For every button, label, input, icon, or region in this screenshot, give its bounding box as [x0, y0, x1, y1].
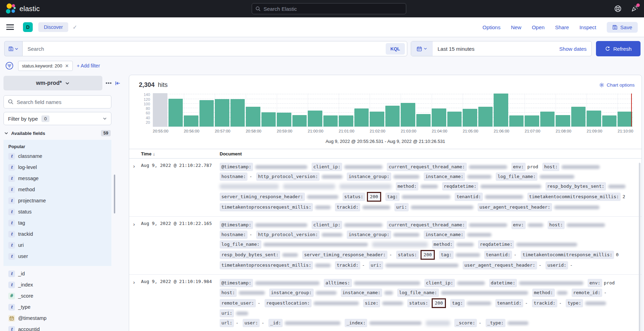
field-value-pair[interactable]: type:	[566, 299, 606, 307]
field-value-pair[interactable]: tenantid:-	[484, 251, 517, 259]
histogram-bar[interactable]	[432, 108, 446, 127]
field-value-pair[interactable]: status:200	[407, 298, 446, 308]
field-value-pair[interactable]: datetime:	[489, 279, 583, 287]
histogram-bar[interactable]	[153, 93, 167, 127]
field-value-pair[interactable]: status:200	[343, 192, 381, 202]
field-value-pair[interactable]: reqdatetime:	[442, 182, 541, 191]
field-value-pair[interactable]: timetakentocommitresponse_millis:0	[521, 251, 619, 259]
kql-language-button[interactable]: KQL	[386, 43, 405, 55]
field-item-method[interactable]: tmethod	[3, 184, 111, 195]
field-value-pair[interactable]: user_agent_request_header:	[478, 203, 599, 211]
histogram-bar[interactable]	[184, 115, 198, 127]
field-value-pair[interactable]: _id:	[268, 319, 340, 327]
field-item-_index[interactable]: t_index	[3, 279, 111, 290]
field-search-input[interactable]: Search field names	[3, 95, 111, 108]
field-value-pair[interactable]: @timestamp:	[220, 279, 320, 287]
histogram-bar[interactable]	[168, 99, 183, 127]
field-value-pair[interactable]: host:	[548, 221, 605, 229]
histogram-bar[interactable]	[370, 112, 384, 127]
field-item-user[interactable]: tuser	[3, 251, 111, 262]
field-item-projectname[interactable]: tprojectname	[3, 195, 111, 206]
histogram-bar[interactable]	[463, 109, 477, 127]
open-link[interactable]: Open	[532, 24, 545, 30]
histogram-bar[interactable]	[602, 115, 617, 127]
histogram-bar[interactable]	[199, 100, 214, 127]
histogram-bar[interactable]	[277, 113, 291, 127]
date-picker[interactable]: Last 15 minutes Show dates	[411, 41, 592, 56]
histogram-bar[interactable]	[215, 99, 229, 127]
histogram-bar[interactable]	[587, 111, 601, 127]
news-party-popper-icon[interactable]	[631, 5, 638, 13]
field-value-pair[interactable]: instance_group:	[347, 172, 419, 181]
filter-by-type-dropdown[interactable]: Filter by type 0	[3, 112, 111, 125]
histogram-bar[interactable]	[354, 108, 369, 127]
field-item-_id[interactable]: t_id	[3, 268, 111, 279]
field-value-pair[interactable]: resp_body_bytes_sent:	[545, 182, 626, 191]
field-value-pair[interactable]: log_file_name:	[496, 172, 574, 181]
histogram-bar[interactable]	[540, 112, 555, 127]
share-link[interactable]: Share	[555, 24, 569, 30]
expand-row-icon[interactable]: ›	[129, 163, 139, 213]
field-value-pair[interactable]: _type:	[486, 319, 528, 327]
remove-filter-icon[interactable]: ✕	[65, 63, 69, 68]
field-value-pair[interactable]: size:	[363, 299, 403, 307]
field-item-uri[interactable]: turi	[3, 240, 111, 251]
field-value-pair[interactable]: current_request_thread_name:	[387, 221, 507, 229]
histogram-bar[interactable]	[556, 115, 570, 127]
field-value-pair[interactable]: instance_group:	[269, 289, 336, 297]
field-value-pair[interactable]: @timestamp:	[220, 163, 307, 171]
histogram-bar[interactable]	[509, 115, 524, 127]
histogram-bar[interactable]	[525, 115, 539, 127]
field-value-pair[interactable]: status:200	[396, 250, 435, 260]
sort-desc-icon[interactable]: ↓	[153, 151, 155, 156]
field-item-_score[interactable]: #_score	[3, 290, 111, 301]
space-badge[interactable]: D	[23, 22, 33, 32]
field-value-pair[interactable]: @timestamp:	[220, 221, 307, 229]
field-value-pair[interactable]: remote_id:-	[572, 289, 607, 297]
histogram-bar[interactable]	[618, 112, 632, 127]
filter-pill-status-keyword[interactable]: status.keyword: 200 ✕	[18, 61, 73, 71]
saved-query-menu-button[interactable]	[4, 41, 22, 56]
calendar-menu-button[interactable]	[411, 41, 433, 56]
field-item-accountid[interactable]: taccountid	[3, 324, 111, 331]
field-value-pair[interactable]: log_file_name:	[220, 240, 368, 249]
refresh-button[interactable]: Refresh	[596, 41, 641, 56]
available-fields-header[interactable]: Available fields 59	[3, 130, 111, 136]
field-value-pair[interactable]: tag:	[439, 251, 480, 259]
field-value-pair[interactable]: env:prod	[588, 279, 615, 287]
field-value-pair[interactable]: http_protocol_version:	[256, 231, 343, 239]
inspect-link[interactable]: Inspect	[579, 24, 596, 30]
field-value-pair[interactable]: _index:	[345, 319, 422, 327]
field-value-pair[interactable]: tag:	[450, 299, 491, 307]
histogram-bar[interactable]	[339, 115, 353, 127]
kql-search-input[interactable]: Search KQL	[22, 41, 407, 56]
histogram-bar[interactable]	[230, 99, 245, 127]
field-value-pair[interactable]: instance_group:	[347, 231, 419, 239]
field-value-pair[interactable]: server_timing_response_header:-	[302, 251, 392, 259]
time-range-value[interactable]: Last 15 minutes	[438, 46, 474, 52]
field-item-tag[interactable]: ttag	[3, 217, 111, 228]
field-value-pair[interactable]: env:	[511, 221, 543, 229]
field-value-pair[interactable]: client_ip:	[424, 279, 485, 287]
field-value-pair[interactable]: hostname:-	[220, 231, 252, 239]
field-value-pair[interactable]: userid:-	[545, 261, 573, 269]
menu-hamburger-icon[interactable]	[6, 23, 14, 31]
expand-row-icon[interactable]: ›	[129, 279, 139, 329]
field-value-pair[interactable]: env:prod	[511, 163, 539, 171]
field-value-pair[interactable]: timetakentoprocessrequest_millis:	[220, 261, 331, 269]
filter-menu-icon[interactable]	[5, 61, 14, 70]
field-value-pair[interactable]: trackid:-	[335, 261, 364, 269]
field-value-pair[interactable]: host:	[220, 289, 265, 297]
histogram-bar[interactable]	[261, 112, 276, 127]
histogram-bar[interactable]	[571, 107, 586, 127]
field-value-pair[interactable]: url:-	[220, 319, 238, 327]
field-value-pair[interactable]: method:	[396, 182, 438, 191]
field-value-pair[interactable]: client_ip:	[312, 163, 383, 171]
field-value-pair[interactable]: reqdatetime:	[478, 240, 577, 249]
field-value-pair[interactable]: _score:-	[454, 319, 481, 327]
histogram-bar[interactable]	[246, 107, 260, 127]
field-value-pair[interactable]: user_agent_request_header:-	[463, 261, 541, 269]
save-button[interactable]: Save	[607, 22, 638, 33]
field-value-pair[interactable]: requestlocation:	[265, 299, 359, 307]
field-value-pair[interactable]: http_protocol_version:	[256, 172, 343, 181]
